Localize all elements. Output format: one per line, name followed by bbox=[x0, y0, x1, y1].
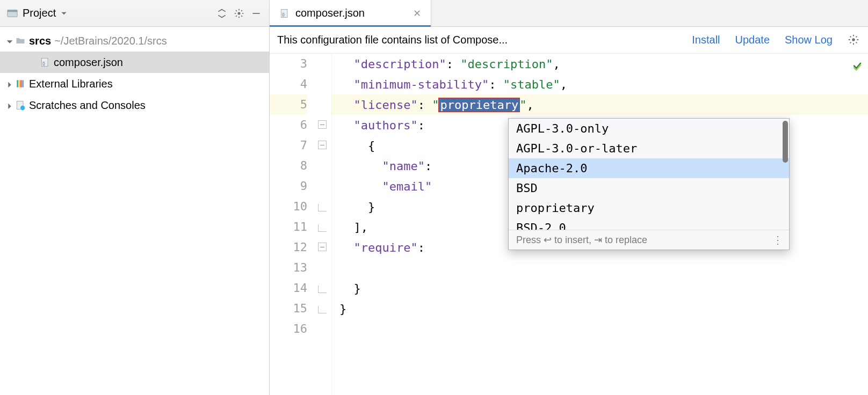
select-opened-file-icon[interactable] bbox=[213, 5, 230, 22]
gear-icon[interactable] bbox=[848, 34, 860, 47]
editor-panel: {} composer.json ✕ This configuration fi… bbox=[270, 0, 868, 395]
folder-icon bbox=[15, 35, 26, 46]
fold-end-icon bbox=[318, 306, 327, 313]
svg-text:{}: {} bbox=[282, 12, 285, 17]
close-icon[interactable]: ✕ bbox=[413, 8, 421, 19]
svg-point-14 bbox=[852, 38, 855, 41]
update-link[interactable]: Update bbox=[735, 34, 770, 46]
json-file-icon: {} bbox=[279, 8, 290, 19]
tree-root-srcs[interactable]: srcs~/JetBrains/2020.1/srcs bbox=[0, 30, 269, 52]
autocomplete-hint-text: Press ↩ to insert, ⇥ to replace bbox=[516, 234, 647, 246]
project-tree[interactable]: srcs~/JetBrains/2020.1/srcs {} composer.… bbox=[0, 27, 269, 395]
chevron-right-icon[interactable] bbox=[5, 101, 14, 109]
line-number-gutter: 3 4 5 6 7 8 9 10 11 12 13 14 15 16 bbox=[270, 54, 316, 395]
project-panel-header: Project bbox=[0, 0, 269, 27]
autocomplete-hint-bar: Press ↩ to insert, ⇥ to replace ⋮ bbox=[509, 230, 789, 250]
install-link[interactable]: Install bbox=[692, 34, 720, 46]
tab-key-icon: ⇥ bbox=[594, 235, 602, 245]
tab-label: composer.json bbox=[295, 7, 365, 19]
svg-rect-3 bbox=[252, 13, 259, 14]
fold-toggle-icon[interactable] bbox=[318, 243, 327, 251]
chevron-down-icon[interactable] bbox=[5, 36, 14, 45]
selection-license-value[interactable]: proprietary bbox=[439, 98, 519, 112]
fold-end-icon bbox=[318, 224, 327, 232]
svg-rect-8 bbox=[20, 80, 22, 87]
composer-notification-bar: This configuration file contains list of… bbox=[270, 27, 868, 54]
autocomplete-item[interactable]: AGPL-3.0-only bbox=[509, 119, 789, 138]
svg-rect-9 bbox=[22, 80, 24, 87]
svg-text:{}: {} bbox=[42, 61, 46, 65]
fold-toggle-icon[interactable] bbox=[318, 141, 327, 149]
svg-rect-1 bbox=[8, 10, 17, 12]
autocomplete-item[interactable]: proprietary bbox=[509, 198, 789, 218]
tree-external-libraries[interactable]: External Libraries bbox=[0, 73, 269, 94]
editor-tab-bar: {} composer.json ✕ bbox=[270, 0, 868, 27]
code-area[interactable]: "description": "description", "minimum-s… bbox=[332, 54, 868, 395]
library-icon bbox=[15, 78, 26, 89]
fold-end-icon bbox=[318, 286, 327, 293]
svg-point-2 bbox=[238, 12, 241, 14]
editor-tab-composer-json[interactable]: {} composer.json ✕ bbox=[270, 0, 431, 26]
tree-file-composer-json[interactable]: {} composer.json bbox=[0, 52, 269, 73]
json-file-icon: {} bbox=[40, 57, 50, 68]
autocomplete-item-selected[interactable]: Apache-2.0 bbox=[509, 158, 789, 178]
autocomplete-popup: AGPL-3.0-only AGPL-3.0-or-later Apache-2… bbox=[508, 118, 790, 250]
tree-item-label: srcs~/JetBrains/2020.1/srcs bbox=[29, 35, 167, 47]
tree-item-label: External Libraries bbox=[29, 78, 113, 90]
dropdown-icon[interactable] bbox=[60, 10, 68, 17]
autocomplete-item[interactable]: BSD-2.0 bbox=[509, 218, 789, 230]
show-log-link[interactable]: Show Log bbox=[785, 34, 833, 46]
scratches-icon bbox=[15, 100, 26, 111]
chevron-right-icon[interactable] bbox=[5, 79, 14, 88]
fold-end-icon bbox=[318, 204, 327, 211]
more-icon[interactable]: ⋮ bbox=[772, 233, 784, 246]
fold-toggle-icon[interactable] bbox=[318, 120, 327, 129]
project-tool-window: Project srcs~/JetBrains/2020.1/srcs bbox=[0, 0, 270, 395]
tree-item-label: composer.json bbox=[54, 56, 123, 69]
svg-rect-6 bbox=[17, 80, 18, 87]
project-icon bbox=[6, 8, 18, 19]
autocomplete-list[interactable]: AGPL-3.0-only AGPL-3.0-or-later Apache-2… bbox=[509, 119, 789, 230]
scrollbar-thumb[interactable] bbox=[783, 121, 788, 163]
notification-message: This configuration file contains list of… bbox=[277, 34, 677, 46]
fold-gutter[interactable] bbox=[316, 54, 332, 395]
svg-point-11 bbox=[20, 106, 25, 110]
svg-rect-7 bbox=[19, 80, 20, 87]
autocomplete-item[interactable]: AGPL-3.0-or-later bbox=[509, 138, 789, 158]
tree-item-label: Scratches and Consoles bbox=[29, 99, 146, 112]
autocomplete-item[interactable]: BSD bbox=[509, 178, 789, 198]
project-panel-title[interactable]: Project bbox=[23, 7, 56, 19]
gear-icon[interactable] bbox=[230, 5, 248, 22]
inspection-ok-icon[interactable] bbox=[852, 60, 863, 74]
code-editor[interactable]: 3 4 5 6 7 8 9 10 11 12 13 14 15 16 "desc… bbox=[270, 54, 868, 395]
tree-scratches[interactable]: Scratches and Consoles bbox=[0, 94, 269, 116]
enter-key-icon: ↩ bbox=[544, 235, 552, 245]
hide-icon[interactable] bbox=[248, 5, 265, 22]
